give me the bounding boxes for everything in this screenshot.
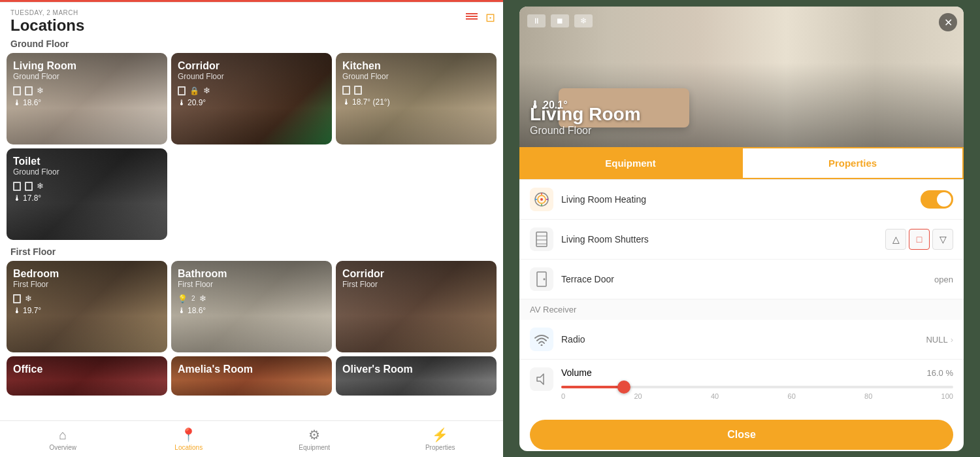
- room-icons-living: ❄: [13, 86, 161, 95]
- shutter-svg: [535, 231, 548, 247]
- room-name-oliver: Oliver's Room: [342, 363, 490, 375]
- room-overlay-bedroom: Bedroom First Floor ❄ 🌡 19.7°: [7, 261, 167, 352]
- room-card-corridor-first[interactable]: Corridor First Floor: [336, 261, 497, 352]
- room-name-kitchen: Kitchen: [342, 59, 490, 72]
- label-100: 100: [941, 392, 953, 400]
- equipment-item-heating: Living Room Heating: [519, 180, 964, 220]
- layout-toggle-icon[interactable]: ⊡: [485, 10, 495, 25]
- locations-icon: 📍: [180, 427, 197, 443]
- svg-marker-14: [537, 374, 544, 384]
- room-card-bathroom[interactable]: Bathroom First Floor 💡 2 ❄ 🌡 18.6°: [171, 261, 332, 352]
- detail-header-image: ⏸ ⏹ ❄ ✕ 🌡 20.1° Living Room Ground Floor: [519, 7, 964, 147]
- detail-card: ⏸ ⏹ ❄ ✕ 🌡 20.1° Living Room Ground Floor…: [519, 7, 964, 451]
- detail-tabs: Equipment Properties: [519, 147, 964, 180]
- terrace-icon: [530, 267, 553, 291]
- shutter-icon-t1: [13, 182, 21, 191]
- detail-room-floor: Ground Floor: [530, 125, 641, 137]
- room-card-amelia[interactable]: Amelia's Room: [171, 356, 332, 396]
- radio-name: Radio: [561, 334, 918, 345]
- bottom-nav: ⌂ Overview 📍 Locations ⚙ Equipment ⚡ Pro…: [0, 420, 503, 457]
- speaker-svg: [535, 373, 548, 386]
- room-card-oliver[interactable]: Oliver's Room: [336, 356, 497, 396]
- room-card-toilet[interactable]: Toilet Ground Floor ❄ 🌡 17.8°: [7, 148, 167, 240]
- heating-toggle[interactable]: [921, 190, 953, 209]
- room-overlay-corridor2: Corridor First Floor: [336, 261, 497, 352]
- volume-slider[interactable]: 0 20 40 60 80 100: [561, 383, 953, 403]
- nav-item-equipment[interactable]: ⚙ Equipment: [252, 421, 378, 457]
- room-temp-toilet: 🌡 17.8°: [13, 194, 161, 203]
- shutters-icon: [530, 228, 553, 251]
- close-detail-button[interactable]: ✕: [939, 13, 957, 31]
- menu-icon[interactable]: [463, 10, 480, 25]
- volume-value: 16.0 %: [927, 368, 953, 378]
- light-count: 2: [191, 295, 195, 302]
- terrace-value: open: [934, 275, 953, 284]
- shutter-icon-1: [13, 86, 21, 95]
- nav-item-properties[interactable]: ⚡ Properties: [378, 421, 504, 457]
- first-floor-grid: Bedroom First Floor ❄ 🌡 19.7° Bathroom: [0, 261, 503, 352]
- shutter-up-button[interactable]: △: [885, 229, 906, 250]
- room-temp-corridor: 🌡 20.9°: [178, 98, 325, 107]
- section-ground-floor: Ground Floor: [0, 36, 503, 53]
- snow-icon-ba: ❄: [199, 294, 206, 303]
- room-name-bedroom: Bedroom: [13, 267, 161, 280]
- radio-chevron: ›: [951, 335, 953, 345]
- av-section-header: AV Receiver: [519, 299, 964, 320]
- room-card-living-room[interactable]: Living Room Ground Floor ❄ 🌡 18.6°: [7, 53, 167, 144]
- nav-label-properties: Properties: [425, 444, 455, 451]
- temp-icon-c: 🌡: [178, 98, 186, 107]
- room-floor-toilet: Ground Floor: [13, 167, 161, 177]
- detail-header-info: Living Room Ground Floor: [530, 104, 641, 137]
- close-action-button[interactable]: Close: [530, 420, 953, 450]
- room-name-living: Living Room: [13, 59, 161, 72]
- shutter-icon-c1: [178, 86, 186, 95]
- tab-properties[interactable]: Properties: [742, 147, 964, 179]
- left-panel: TUESDAY, 2 MARCH Locations ⊡ Ground Floo…: [0, 0, 503, 457]
- nav-label-equipment: Equipment: [299, 444, 330, 451]
- label-60: 60: [788, 392, 796, 400]
- room-card-bedroom[interactable]: Bedroom First Floor ❄ 🌡 19.7°: [7, 261, 167, 352]
- svg-point-2: [540, 198, 543, 201]
- room-card-office[interactable]: Office: [7, 356, 167, 396]
- ground-floor-grid-2: Toilet Ground Floor ❄ 🌡 17.8°: [0, 148, 503, 240]
- room-floor-corridor: Ground Floor: [178, 72, 325, 81]
- stop-icon-btn[interactable]: ⏹: [551, 14, 569, 27]
- room-icons-corridor: 🔒 ❄: [178, 86, 325, 95]
- nav-item-locations[interactable]: 📍 Locations: [126, 421, 252, 457]
- scroll-area: Ground Floor Living Room Ground Floor ❄ …: [0, 36, 503, 420]
- room-name-corridor: Corridor: [178, 59, 325, 72]
- shutter-stop-button[interactable]: □: [909, 229, 930, 250]
- tab-equipment[interactable]: Equipment: [519, 147, 742, 179]
- temp-icon-ba: 🌡: [178, 306, 186, 315]
- room-name-toilet: Toilet: [13, 155, 161, 167]
- heating-name: Living Room Heating: [561, 194, 913, 205]
- snow-icon-b: ❄: [25, 294, 32, 303]
- room-overlay-office: Office: [7, 356, 167, 396]
- temp-icon-k: 🌡: [342, 97, 350, 107]
- room-card-kitchen[interactable]: Kitchen Ground Floor 🌡 18.7° (21°): [336, 53, 497, 144]
- equipment-item-terrace: Terrace Door open: [519, 260, 964, 299]
- slider-thumb[interactable]: [617, 381, 630, 394]
- volume-container: Volume 16.0 % 0 20 40 60 80: [561, 367, 953, 403]
- equipment-list: Living Room Heating Living Room Shutters…: [519, 180, 964, 411]
- equipment-item-shutters: Living Room Shutters △ □ ▽: [519, 220, 964, 260]
- nav-item-overview[interactable]: ⌂ Overview: [0, 421, 126, 457]
- room-card-corridor-ground[interactable]: Corridor Ground Floor 🔒 ❄ 🌡 20.9°: [171, 53, 332, 144]
- shutter-down-button[interactable]: ▽: [932, 229, 953, 250]
- first-floor-grid-2: Office Amelia's Room Oliver's Room: [0, 356, 503, 396]
- lock-icon: 🔒: [189, 86, 199, 95]
- heating-svg: [534, 192, 549, 207]
- slider-labels: 0 20 40 60 80 100: [561, 392, 953, 400]
- label-0: 0: [561, 392, 565, 400]
- svg-point-13: [541, 345, 543, 347]
- radio-value: NULL ›: [926, 335, 953, 345]
- room-overlay-bathroom: Bathroom First Floor 💡 2 ❄ 🌡 18.6°: [171, 261, 332, 352]
- date-label: TUESDAY, 2 MARCH: [10, 9, 493, 16]
- heating-icon: [530, 188, 553, 211]
- terrace-name: Terrace Door: [561, 274, 926, 284]
- room-name-amelia: Amelia's Room: [178, 363, 325, 375]
- room-overlay-corridor: Corridor Ground Floor 🔒 ❄ 🌡 20.9°: [171, 53, 332, 144]
- equipment-item-volume: Volume 16.0 % 0 20 40 60 80: [519, 360, 964, 411]
- snowflake-icon-btn[interactable]: ❄: [574, 14, 593, 27]
- pause-icon-btn[interactable]: ⏸: [527, 14, 546, 27]
